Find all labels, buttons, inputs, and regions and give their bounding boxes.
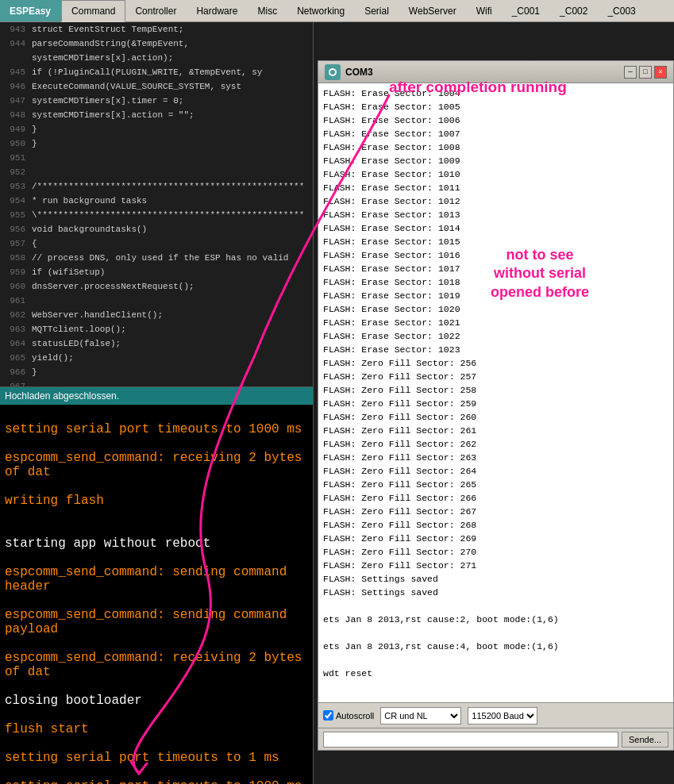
code-line: 956void backgroundtasks() (0, 222, 314, 236)
code-line: 962 WebServer.handleClient(); (0, 308, 314, 322)
line-code: systemCMDTimers[x].action = ""; (32, 108, 194, 122)
serial-line: FLASH: Erase Sector: 1015 (323, 235, 668, 248)
line-code: void backgroundtasks() (32, 222, 147, 236)
code-line: 961 (0, 294, 314, 308)
line-code: struct EventStruct TempEvent; (32, 22, 183, 37)
serial-line: FLASH: Zero Fill Sector: 270 (323, 545, 668, 559)
line-number: 946 (0, 79, 32, 94)
line-code: dnsServer.processNextRequest(); (32, 279, 194, 294)
code-line: 964 statusLED(false); (0, 336, 314, 351)
line-number: 954 (0, 194, 32, 208)
console-line (5, 765, 309, 779)
line-number: 963 (0, 322, 32, 336)
line-code: if (wifiSetup) (32, 265, 105, 279)
send-button[interactable]: Sende... (622, 732, 668, 747)
line-number: 948 (0, 108, 32, 122)
line-code: if (!PluginCall(PLUGIN_WRITE, &TempEvent… (32, 65, 262, 79)
line-code: // process DNS, only used if the ESP has… (32, 251, 288, 265)
close-button[interactable]: ✕ (654, 66, 667, 79)
serial-line: FLASH: Zero Fill Sector: 262 (323, 437, 668, 451)
console-line: flush start (5, 722, 309, 736)
line-number: 966 (0, 365, 32, 379)
serial-line: FLASH: Erase Sector: 1004 (323, 86, 668, 100)
menu-item-webserver[interactable]: WebServer (399, 0, 467, 21)
baud-rate-select[interactable]: 300 Baud1200 Baud2400 Baud4800 Baud9600 … (468, 707, 537, 724)
line-number: 961 (0, 294, 32, 308)
code-line: 958 // process DNS, only used if the ESP… (0, 251, 314, 265)
line-code: parseCommandString(&TempEvent, systemCMD… (32, 37, 314, 65)
line-code: } (32, 122, 37, 136)
line-code: yield(); (32, 351, 74, 365)
serial-line: FLASH: Erase Sector: 1005 (323, 100, 668, 113)
menu-item-controller[interactable]: Controller (125, 0, 187, 21)
serial-title-bar: COM3 — □ ✕ (318, 61, 673, 83)
serial-window: COM3 — □ ✕ FLASH: Erase Sector: 1004FLAS… (318, 60, 674, 751)
serial-line: FLASH: Erase Sector: 1017 (323, 262, 668, 275)
minimize-button[interactable]: — (624, 66, 637, 79)
code-line: 963 MQTTclient.loop(); (0, 322, 314, 336)
console-line: setting serial port timeouts to 1000 ms (5, 779, 309, 784)
menu-item-misc[interactable]: Misc (248, 0, 287, 21)
serial-line: FLASH: Zero Fill Sector: 269 (323, 532, 668, 545)
code-line: 959 if (wifiSetup) (0, 265, 314, 279)
serial-line: FLASH: Zero Fill Sector: 258 (323, 383, 668, 397)
serial-line: FLASH: Erase Sector: 1006 (323, 113, 668, 127)
line-code: WebServer.handleClient(); (32, 308, 163, 322)
line-number: 944 (0, 37, 32, 65)
serial-line: FLASH: Erase Sector: 1020 (323, 302, 668, 316)
autoscroll-text: Autoscroll (336, 711, 374, 721)
console-line (5, 736, 309, 751)
serial-line (323, 599, 668, 613)
line-number: 951 (0, 151, 32, 165)
line-code: { (32, 236, 37, 251)
code-line: 957{ (0, 236, 314, 251)
serial-line: FLASH: Zero Fill Sector: 261 (323, 424, 668, 437)
serial-line: FLASH: Erase Sector: 1010 (323, 167, 668, 181)
menu-item-c002[interactable]: _C002 (550, 0, 598, 21)
menu-item-espeasy[interactable]: ESPEasy (0, 0, 61, 21)
line-code: statusLED(false); (32, 336, 121, 351)
serial-line: FLASH: Settings saved (323, 586, 668, 599)
menu-item-wifi[interactable]: Wifi (467, 0, 503, 21)
serial-line: FLASH: Erase Sector: 1016 (323, 248, 668, 262)
menu-item-command[interactable]: Command (61, 0, 125, 22)
autoscroll-checkbox[interactable] (323, 710, 333, 721)
line-number: 945 (0, 65, 32, 79)
line-number: 965 (0, 351, 32, 365)
console-line (5, 594, 309, 608)
serial-line: FLASH: Erase Sector: 1019 (323, 289, 668, 302)
menu-item-c003[interactable]: _C003 (598, 0, 645, 21)
line-number: 952 (0, 165, 32, 179)
console-line (5, 508, 309, 522)
serial-line: wdt reset (323, 667, 668, 680)
code-line: 950} (0, 136, 314, 151)
maximize-button[interactable]: □ (639, 66, 652, 79)
serial-output[interactable]: FLASH: Erase Sector: 1004FLASH: Erase Se… (318, 83, 673, 702)
send-input[interactable] (323, 732, 618, 747)
console-line (5, 708, 309, 722)
menu-bar: ESPEasy Command Controller Hardware Misc… (0, 0, 674, 22)
code-line: 955\************************************… (0, 208, 314, 222)
serial-title-text: COM3 (345, 67, 624, 78)
line-ending-select[interactable]: Kein ZeilenendeNeue ZeileWagenrücklaufCR… (380, 707, 461, 724)
code-line: 953/************************************… (0, 179, 314, 194)
serial-send-area: Sende... (318, 728, 673, 750)
line-code: /***************************************… (32, 179, 304, 194)
console-content: setting serial port timeouts to 1000 ms … (0, 405, 314, 784)
console-line: writing flash (5, 494, 309, 508)
menu-item-hardware[interactable]: Hardware (187, 0, 248, 21)
line-number: 953 (0, 179, 32, 194)
code-content: 943 struct EventStruct TempEvent;944 par… (0, 22, 314, 387)
code-line: 951 (0, 151, 314, 165)
serial-line: ets Jan 8 2013,rst cause:2, boot mode:(1… (323, 613, 668, 626)
menu-item-serial[interactable]: Serial (355, 0, 399, 21)
line-code: } (32, 365, 37, 379)
code-line: 945 if (!PluginCall(PLUGIN_WRITE, &TempE… (0, 65, 314, 79)
console-line: espcomm_send_command: receiving 2 bytes … (5, 451, 309, 479)
line-number: 949 (0, 122, 32, 136)
title-buttons: — □ ✕ (624, 66, 667, 79)
serial-line: FLASH: Zero Fill Sector: 265 (323, 478, 668, 491)
menu-item-c001[interactable]: _C001 (503, 0, 550, 21)
serial-line: FLASH: Zero Fill Sector: 271 (323, 559, 668, 572)
menu-item-networking[interactable]: Networking (287, 0, 355, 21)
